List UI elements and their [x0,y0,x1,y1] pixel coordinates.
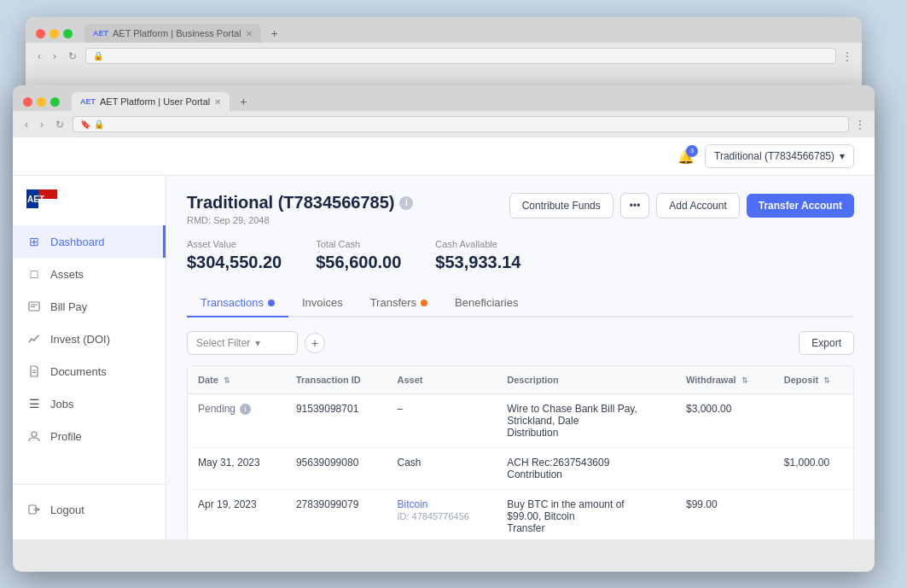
filter-left: Select Filter ▾ + [187,331,325,355]
cell-desc-1: ACH Rec:2637543609 Contribution [497,448,676,490]
bill-pay-icon [26,299,42,314]
tab-invoices-label: Invoices [302,296,343,309]
dashboard-icon: ⊞ [26,234,42,249]
inner-tl-yellow[interactable] [37,97,46,107]
inner-tab-active[interactable]: AET AET Platform | User Portal ✕ [72,92,230,111]
sidebar-item-label-jobs: Jobs [50,398,73,410]
sidebar-bottom: Logout [13,484,166,526]
outer-traffic-lights [36,29,73,38]
outer-tl-green[interactable] [63,29,73,38]
inner-tab-bar: AET AET Platform | User Portal ✕ + [13,85,875,111]
desc-line3-0: Distribution [507,427,666,439]
cell-asset-1: Cash [387,448,497,490]
inner-reload-btn[interactable]: ↻ [52,117,67,132]
inner-tl-green[interactable] [50,97,60,107]
col-withdrawal[interactable]: Withdrawal ⇅ [676,366,774,394]
col-transaction-id: Transaction ID [286,366,387,394]
col-deposit[interactable]: Deposit ⇅ [774,366,853,394]
col-withdrawal-sort-icon: ⇅ [741,376,748,385]
tab-beneficiaries-label: Beneficiaries [455,296,518,309]
tab-transfers[interactable]: Transfers [357,289,441,317]
outer-new-tab[interactable]: + [266,25,283,42]
rmd-text: RMD: Sep 29, 2048 [187,215,413,225]
asset-link-2[interactable]: Bitcoin [397,498,486,510]
add-filter-button[interactable]: + [305,333,325,353]
header-actions: Contribute Funds ••• Add Account Transfe… [509,193,854,218]
sidebar-item-label-bill-pay: Bill Pay [50,300,87,313]
export-button[interactable]: Export [799,331,854,355]
bill-pay-svg-icon [28,300,40,312]
col-transaction-id-label: Transaction ID [296,375,361,385]
add-account-button[interactable]: Add Account [656,193,739,218]
transfer-account-button[interactable]: Transfer Account [747,194,854,218]
contribute-funds-button[interactable]: Contribute Funds [509,193,613,218]
tab-transactions[interactable]: Transactions [187,289,288,317]
sidebar-item-jobs[interactable]: ☰ Jobs [13,387,166,420]
col-date[interactable]: Date ⇅ [188,366,286,394]
outer-nav-bar: ‹ › ↻ 🔒 ⋮ [26,43,862,69]
account-info: Traditional (T7834566785) i RMD: Sep 29,… [187,193,413,225]
transactions-table: Date ⇅ Transaction ID Asset [187,365,854,539]
notification-badge: 3 [686,145,698,157]
cell-deposit-2 [774,490,853,540]
outer-tab-bar: AET AET Platform | Business Portal ✕ + [26,17,862,43]
inner-tab-label: AET Platform | User Portal [100,96,210,107]
main-content: Traditional (T7834566785) i RMD: Sep 29,… [166,176,875,539]
sidebar-item-documents[interactable]: Documents [13,355,166,387]
desc-line2-0: Strickland, Dale [507,415,666,427]
select-filter-dropdown[interactable]: Select Filter ▾ [187,331,298,355]
sidebar-item-profile[interactable]: Profile [13,420,166,452]
inner-tl-red[interactable] [23,97,32,107]
cell-date-0: Pending i [188,394,286,448]
sidebar-item-invest[interactable]: Invest (DOI) [13,323,166,355]
outer-address-bar[interactable]: 🔒 [85,48,836,64]
inner-back-btn[interactable]: ‹ [21,117,32,132]
cell-txid-1: 95639099080 [286,448,387,490]
inner-address-bar[interactable]: 🔖 🔒 [73,116,849,132]
table-header: Date ⇅ Transaction ID Asset [188,366,853,394]
inner-tab-logo: AET [80,97,96,106]
outer-menu-dots[interactable]: ⋮ [841,49,853,63]
sidebar-item-assets[interactable]: □ Assets [13,258,166,290]
col-description: Description [497,366,676,394]
outer-lock-icon: 🔒 [93,51,103,61]
outer-tl-yellow[interactable] [49,29,59,38]
tab-beneficiaries[interactable]: Beneficiaries [441,289,532,317]
outer-tab-close[interactable]: ✕ [246,29,253,38]
inner-forward-btn[interactable]: › [37,117,47,132]
tab-invoices[interactable]: Invoices [288,289,357,317]
pending-info-icon[interactable]: i [240,404,251,415]
account-info-icon[interactable]: i [399,196,413,210]
inner-new-tab[interactable]: + [235,93,252,110]
col-date-label: Date [198,375,218,385]
inner-nav-bar: ‹ › ↻ 🔖 🔒 ⋮ [13,111,875,137]
total-cash-label: Total Cash [316,239,401,249]
account-header: Traditional (T7834566785) i RMD: Sep 29,… [187,193,854,225]
inner-menu-dots[interactable]: ⋮ [854,118,866,131]
outer-tl-red[interactable] [36,29,45,38]
sidebar-item-label-assets: Assets [50,268,84,281]
cell-asset-0: – [387,394,497,448]
outer-tab-inactive: AET AET Platform | Business Portal ✕ [84,24,261,43]
sidebar-item-label-invest: Invest (DOI) [50,333,110,346]
outer-forward-btn[interactable]: › [49,49,60,64]
account-selector-label: Traditional (T7834566785) [714,150,834,162]
transactions-table-element: Date ⇅ Transaction ID Asset [188,366,853,539]
outer-reload-btn[interactable]: ↻ [65,49,80,64]
sidebar-item-logout[interactable]: Logout [13,493,166,526]
info-icon-text: i [405,198,408,207]
notification-button[interactable]: 🔔 3 [677,148,695,165]
inner-traffic-lights [23,97,60,107]
more-options-button[interactable]: ••• [620,193,650,218]
stat-asset-value: Asset Value $304,550.20 [187,239,282,272]
sidebar-item-dashboard[interactable]: ⊞ Dashboard [13,225,166,258]
outer-back-btn[interactable]: ‹ [34,49,44,64]
documents-svg-icon [28,365,40,377]
app-layout: 🔔 3 Traditional (T7834566785) ▾ AET [13,137,875,562]
table-row: Apr 19, 2023 27839099079 Bitcoin ID: 478… [188,490,853,540]
inner-tab-close[interactable]: ✕ [214,97,221,107]
sidebar-item-label-profile: Profile [50,430,82,443]
account-selector-dropdown[interactable]: Traditional (T7834566785) ▾ [705,144,854,168]
sidebar-item-bill-pay[interactable]: Bill Pay [13,290,166,323]
asset-value-amount: $304,550.20 [187,253,282,272]
